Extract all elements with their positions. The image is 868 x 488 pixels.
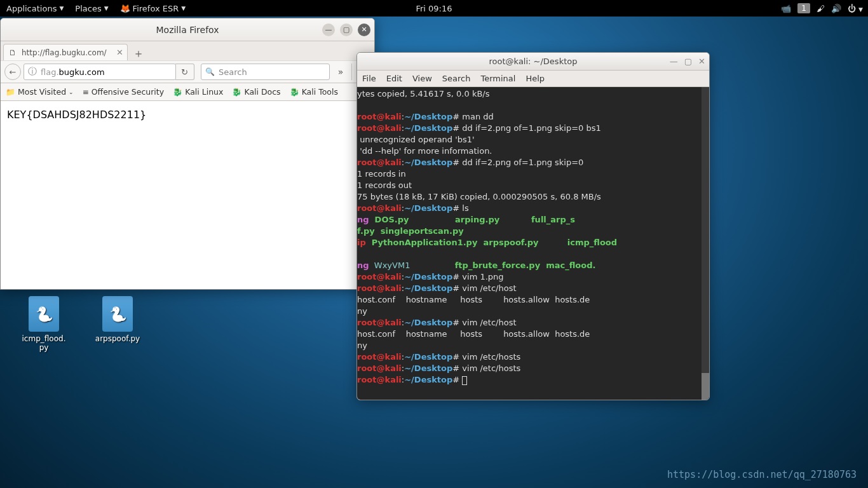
watermark: https://blog.csdn.net/qq_27180763: [667, 469, 857, 480]
search-placeholder: Search: [219, 67, 247, 77]
menu-file[interactable]: File: [362, 74, 376, 83]
clock[interactable]: Fri 09:16: [416, 4, 452, 13]
desktop-icon-arpspoof[interactable]: arpspoof.py: [93, 296, 142, 343]
bookmark-most-visited[interactable]: 📁Most Visited⌄: [6, 87, 74, 97]
current-app-menu[interactable]: 🦊 Firefox ESR ▼: [120, 4, 186, 13]
desktop-icon-label: icmp_flood. py: [19, 334, 69, 352]
tab-label: http://flag.bugku.com/: [22, 48, 107, 57]
reload-button[interactable]: ↻: [175, 64, 194, 80]
bookmarks-toolbar: 📁Most Visited⌄ ≡Offensive Security 🐉Kali…: [1, 83, 374, 101]
new-tab-button[interactable]: ＋: [130, 46, 147, 60]
site-info-icon[interactable]: ⓘ: [28, 66, 37, 78]
menu-edit[interactable]: Edit: [386, 74, 402, 83]
terminal-window: root@kali: ~/Desktop — ▢ ✕ File Edit Vie…: [356, 52, 710, 400]
page-text: KEY{DSAHDSJ82HDS2211}: [7, 109, 146, 121]
menu-search[interactable]: Search: [442, 74, 471, 83]
url-bar[interactable]: ⓘ flag.bugku.com: [24, 64, 176, 80]
menu-help[interactable]: Help: [526, 74, 545, 83]
search-bar[interactable]: 🔍 Search: [201, 64, 330, 80]
terminal-scrollbar[interactable]: [702, 87, 709, 400]
volume-icon[interactable]: 🔊: [831, 4, 841, 13]
terminal-titlebar[interactable]: root@kali: ~/Desktop — ▢ ✕: [357, 53, 709, 71]
tab-flag-bugku[interactable]: 🗋 http://flag.bugku.com/ ✕: [3, 44, 128, 60]
workspace-indicator[interactable]: 1: [797, 3, 810, 13]
page-content: KEY{DSAHDSJ82HDS2211}: [1, 101, 374, 128]
terminal-cursor: [462, 376, 467, 385]
gnome-topbar: Applications ▼ Places ▼ 🦊 Firefox ESR ▼ …: [0, 0, 868, 17]
firefox-tabstrip: 🗋 http://flag.bugku.com/ ✕ ＋: [1, 41, 374, 60]
folder-icon: 📁: [6, 88, 15, 97]
terminal-menubar: File Edit View Search Terminal Help: [357, 71, 709, 87]
bookmark-kali-docs[interactable]: 🐉Kali Docs: [232, 87, 280, 97]
desktop-icon-icmp-flood[interactable]: icmp_flood. py: [19, 296, 69, 352]
menu-view[interactable]: View: [412, 74, 432, 83]
tab-close-icon[interactable]: ✕: [116, 48, 123, 57]
dragon-icon: ≡: [83, 88, 89, 97]
search-icon: 🔍: [205, 67, 215, 76]
kali-icon: 🐉: [173, 88, 182, 97]
brush-icon[interactable]: 🖌: [817, 4, 825, 13]
back-button[interactable]: ←: [4, 64, 21, 80]
terminal-output[interactable]: ytes copied, 5.41617 s, 0.0 kB/s root@ka…: [357, 87, 709, 400]
kali-icon: 🐉: [290, 88, 299, 97]
firefox-navbar: ← ⓘ flag.bugku.com ↻ 🔍 Search » ☰: [1, 60, 374, 83]
camera-icon[interactable]: 📹: [781, 4, 791, 13]
close-button[interactable]: ✕: [698, 57, 705, 66]
tab-favicon: 🗋: [9, 48, 17, 57]
window-title: Mozilla Firefox: [156, 25, 219, 35]
close-button[interactable]: ✕: [358, 24, 370, 36]
overflow-button[interactable]: »: [332, 64, 349, 80]
applications-menu[interactable]: Applications ▼: [6, 4, 64, 13]
firefox-titlebar[interactable]: Mozilla Firefox — ▢ ✕: [1, 18, 374, 41]
desktop-icon-label: arpspoof.py: [93, 334, 142, 343]
bookmark-kali-linux[interactable]: 🐉Kali Linux: [173, 87, 223, 97]
maximize-button[interactable]: ▢: [340, 24, 353, 36]
python-file-icon: [29, 296, 59, 332]
firefox-window: Mozilla Firefox — ▢ ✕ 🗋 http://flag.bugk…: [0, 18, 375, 290]
python-file-icon: [102, 296, 133, 332]
url-text: flag.bugku.com: [41, 67, 105, 77]
scrollbar-thumb[interactable]: [702, 373, 709, 400]
minimize-button[interactable]: —: [670, 57, 678, 66]
minimize-button[interactable]: —: [322, 24, 335, 36]
kali-icon: 🐉: [232, 88, 241, 97]
terminal-title: root@kali: ~/Desktop: [489, 57, 578, 66]
bookmark-offensive-security[interactable]: ≡Offensive Security: [83, 87, 165, 97]
maximize-button[interactable]: ▢: [684, 57, 692, 66]
firefox-icon: 🦊: [120, 4, 130, 13]
power-icon[interactable]: ⏻ ▼: [848, 4, 863, 13]
places-menu[interactable]: Places ▼: [75, 4, 108, 13]
bookmark-kali-tools[interactable]: 🐉Kali Tools: [290, 87, 338, 97]
menu-terminal[interactable]: Terminal: [480, 74, 515, 83]
